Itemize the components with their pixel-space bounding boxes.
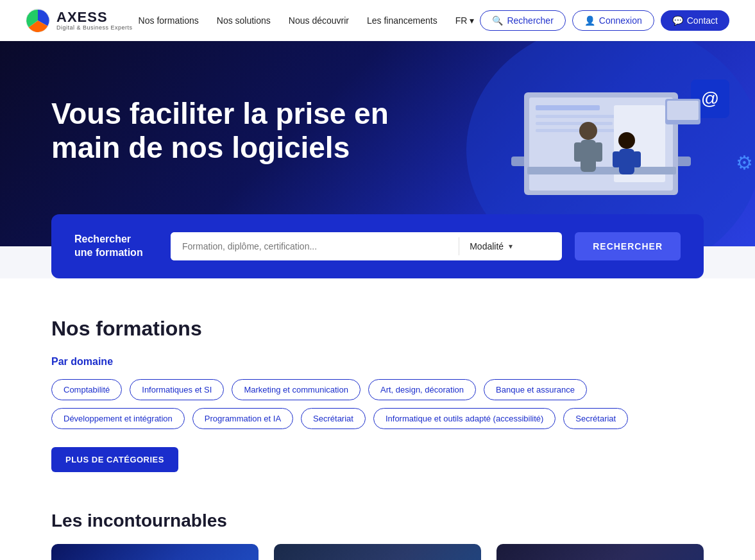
main-nav: Nos formations Nos solutions Nous découv… xyxy=(139,15,475,26)
search-button-label: Rechercher xyxy=(507,15,553,26)
tags-row-1: Comptabilité Informatiques et SI Marketi… xyxy=(51,379,704,400)
card-2[interactable]: ⋯ xyxy=(274,544,481,560)
chevron-down-icon: ▾ xyxy=(470,15,474,26)
search-button[interactable]: 🔍 Rechercher xyxy=(480,10,565,31)
hero-title: Vous faciliter la prise en main de nos l… xyxy=(51,97,389,165)
svg-rect-13 xyxy=(574,142,582,162)
tag-informatique-accessibilite[interactable]: Informatique et outils adapté (accessibi… xyxy=(373,408,556,429)
brand-tagline: Digital & Business Experts xyxy=(56,25,133,31)
nav-solutions[interactable]: Nos solutions xyxy=(217,15,271,26)
header-actions: 🔍 Rechercher 👤 Connexion 💬 Contact xyxy=(480,10,729,31)
svg-rect-10 xyxy=(527,167,676,174)
svg-rect-5 xyxy=(536,105,600,110)
hero-title-line1: Vous faciliter la prise en xyxy=(51,97,389,130)
svg-text:@: @ xyxy=(701,89,719,108)
contact-button-label: Contact xyxy=(687,15,718,26)
formations-section: Nos formations Par domaine Comptabilité … xyxy=(0,278,755,498)
modalite-select[interactable]: Modalité ▾ xyxy=(459,232,562,260)
brand-name: AXESS xyxy=(56,10,133,25)
contact-button[interactable]: 💬 Contact xyxy=(661,10,729,31)
card-image-1 xyxy=(51,544,259,560)
card-image-2 xyxy=(274,544,481,560)
svg-text:⚙: ⚙ xyxy=(736,152,753,173)
search-section: Rechercher une formation Modalité ▾ RECH… xyxy=(51,214,704,278)
search-submit-button[interactable]: RECHERCHER xyxy=(575,232,681,260)
nav-decouvrir[interactable]: Nous découvrir xyxy=(289,15,349,26)
svg-rect-16 xyxy=(619,149,634,174)
tag-developpement[interactable]: Développement et intégration xyxy=(51,408,185,429)
svg-rect-14 xyxy=(595,142,602,162)
svg-rect-17 xyxy=(613,151,620,167)
more-categories-button[interactable]: PLUS DE CATÉGORIES xyxy=(51,447,178,472)
logo-text: AXESS Digital & Business Experts xyxy=(56,10,133,31)
svg-rect-8 xyxy=(536,129,619,132)
formations-title: Nos formations xyxy=(51,317,704,341)
login-button-label: Connexion xyxy=(599,15,642,26)
incontournables-title: Les incontournables xyxy=(51,511,704,531)
incontournables-section: Les incontournables ⋯ xyxy=(0,498,755,560)
tag-secretariat-1[interactable]: Secrétariat xyxy=(301,408,366,429)
tag-informatiques-si[interactable]: Informatiques et SI xyxy=(130,379,224,400)
nav-formations[interactable]: Nos formations xyxy=(139,15,199,26)
tag-programmation-ia[interactable]: Programmation et IA xyxy=(192,408,293,429)
tags-row-2: Développement et intégration Programmati… xyxy=(51,408,704,429)
cards-row: ⋯ ⋯ ⋯ xyxy=(51,544,704,560)
logo-area: AXESS Digital & Business Experts xyxy=(26,8,133,33)
svg-point-11 xyxy=(579,122,597,140)
search-label: Rechercher une formation xyxy=(74,233,158,260)
svg-rect-23 xyxy=(667,101,699,120)
tag-marketing-communication[interactable]: Marketing et communication xyxy=(232,379,361,400)
par-domaine-label: Par domaine xyxy=(51,356,704,368)
chevron-down-icon: ▾ xyxy=(509,242,513,251)
nav-financements[interactable]: Les financements xyxy=(367,15,437,26)
lang-label: FR xyxy=(455,15,468,26)
hero-title-line2: main de nos logiciels xyxy=(51,131,350,164)
tag-secretariat-2[interactable]: Secrétariat xyxy=(563,408,628,429)
card-image-3 xyxy=(496,544,704,560)
svg-rect-12 xyxy=(581,140,596,172)
card-1[interactable]: ⋯ xyxy=(51,544,259,560)
tag-art-design[interactable]: Art, design, décoration xyxy=(368,379,476,400)
tag-comptabilite[interactable]: Comptabilité xyxy=(51,379,122,400)
search-inputs-container: Modalité ▾ xyxy=(171,232,562,260)
language-selector[interactable]: FR ▾ xyxy=(455,15,475,26)
hero-text: Vous faciliter la prise en main de nos l… xyxy=(51,97,389,165)
svg-rect-6 xyxy=(536,115,625,118)
login-button[interactable]: 👤 Connexion xyxy=(572,10,654,31)
user-icon: 👤 xyxy=(584,15,595,26)
chat-icon: 💬 xyxy=(672,15,683,26)
formation-search-input[interactable] xyxy=(171,232,459,260)
header: AXESS Digital & Business Experts Nos for… xyxy=(0,0,755,41)
modalite-label: Modalité xyxy=(470,241,504,251)
axess-logo-icon xyxy=(26,8,50,33)
card-3[interactable]: ⋯ xyxy=(496,544,704,560)
svg-rect-18 xyxy=(633,151,641,167)
svg-point-15 xyxy=(618,132,635,149)
svg-rect-7 xyxy=(536,122,613,125)
tag-banque-assurance[interactable]: Banque et assurance xyxy=(484,379,587,400)
search-icon: 🔍 xyxy=(492,15,503,26)
